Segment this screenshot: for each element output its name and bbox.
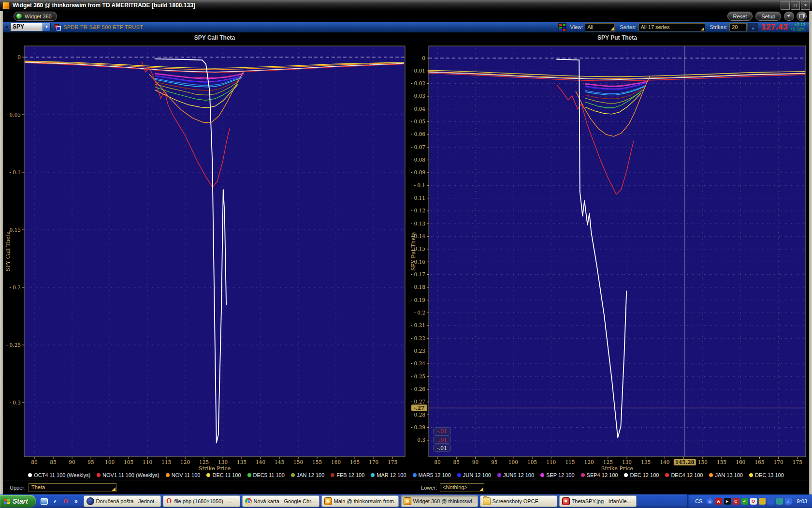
view-dropdown[interactable]: All bbox=[585, 23, 615, 31]
series-dropdown[interactable]: All 17 series bbox=[638, 23, 705, 31]
volume-icon[interactable]: ♪ bbox=[785, 498, 792, 505]
x-tick-label: 105 bbox=[124, 459, 133, 465]
x-tick-label: 150 bbox=[293, 459, 303, 465]
y-tick-label: - 0.05 bbox=[6, 112, 21, 118]
legend-dot-icon bbox=[28, 473, 32, 477]
legend-label: SEP4 12 100 bbox=[587, 472, 618, 478]
task-button-doru-en-po-ta-jednot-[interactable]: Doručená pošta - Jednot... bbox=[84, 495, 161, 507]
y-tick-label: - 0.09 bbox=[411, 169, 425, 175]
y-tick-label: - 0.28 bbox=[411, 412, 425, 418]
task-button-file-php-1680-1050-[interactable]: Ofile.php (812×508) - ... bbox=[163, 495, 240, 507]
maximize-button[interactable]: □ bbox=[791, 1, 800, 10]
internet-explorer-icon[interactable]: e bbox=[51, 497, 59, 505]
x-tick-label: 150 bbox=[698, 459, 708, 465]
x-tick-label: 175 bbox=[793, 459, 802, 465]
task-button-widget-360-thinkorswi-[interactable]: Widget 360 @ thinkorswi... bbox=[401, 495, 478, 507]
call-theta-svg[interactable]: 0- 0.05- 0.1- 0.15- 0.2- 0.25- 0.3808590… bbox=[3, 32, 408, 470]
task-label: file.php (812×508) - ... bbox=[174, 498, 232, 504]
task-button-thetaspy-jpg-irfanvie-[interactable]: ThetaSPY.jpg - IrfanVie... bbox=[559, 495, 637, 507]
lower-plot-dropdown[interactable]: <Nothing> bbox=[440, 483, 484, 492]
value-bubble-label: -.01 bbox=[437, 428, 447, 434]
tab-widget-360[interactable]: Widget 360 bbox=[14, 12, 57, 21]
quick-launch: e O » bbox=[37, 497, 84, 505]
irfan-icon bbox=[562, 497, 570, 505]
detach-button[interactable] bbox=[797, 12, 807, 21]
y-tick-label: - 0.03 bbox=[411, 93, 425, 99]
player-icon[interactable]: ▸ bbox=[724, 498, 731, 505]
y-tick-label: - 0.06 bbox=[411, 131, 426, 137]
legend-dot-icon bbox=[665, 473, 669, 477]
crosshair-y-label: -.27 bbox=[414, 405, 425, 411]
x-tick-label: 125 bbox=[603, 459, 613, 465]
usb-icon[interactable] bbox=[776, 498, 783, 505]
app-icon bbox=[2, 2, 10, 9]
task-button-nov-karta-google-chr-[interactable]: Nová karta - Google Chr... bbox=[242, 495, 319, 507]
put-theta-chart[interactable]: 0- 0.01- 0.02- 0.03- 0.04- 0.05- 0.06- 0… bbox=[408, 32, 810, 470]
plot-area[interactable] bbox=[429, 46, 806, 457]
symbol-input[interactable]: SPY bbox=[10, 23, 43, 31]
minimize-button[interactable]: _ bbox=[781, 1, 790, 10]
strikes-dropdown-arrow[interactable]: ▼ bbox=[748, 23, 758, 32]
upper-plot-dropdown[interactable]: Theta bbox=[29, 483, 116, 492]
legend-item: JAN 12 100 bbox=[291, 472, 324, 478]
display-icon[interactable] bbox=[768, 498, 774, 505]
x-tick-label: 130 bbox=[218, 459, 228, 465]
x-tick-label: 155 bbox=[717, 459, 726, 465]
y-tick-label: - 0.25 bbox=[6, 342, 21, 348]
strikes-input[interactable]: 20 bbox=[729, 23, 747, 31]
window-border-left bbox=[0, 11, 3, 494]
quick-launch-overflow[interactable]: » bbox=[74, 498, 78, 505]
close-button[interactable]: × bbox=[801, 1, 810, 10]
opera-icon[interactable]: O bbox=[62, 497, 70, 505]
start-button[interactable]: Start bbox=[0, 495, 36, 508]
link-cascade-icon[interactable] bbox=[55, 24, 60, 30]
x-tick-label: 120 bbox=[180, 459, 190, 465]
legend-label: DEC 11 100 bbox=[212, 472, 241, 478]
legend-label: JUN5 12 100 bbox=[503, 472, 534, 478]
x-tick-label: 135 bbox=[641, 459, 651, 465]
ati-icon[interactable]: A bbox=[715, 498, 722, 505]
show-desktop-icon[interactable] bbox=[41, 497, 48, 505]
tab-row: Widget 360 Reset Setup ➤ bbox=[3, 11, 809, 22]
legend-label: DEC5 11 100 bbox=[253, 472, 285, 478]
pin-icon: ➤ bbox=[786, 13, 791, 18]
x-tick-label: 125 bbox=[199, 459, 209, 465]
legend-label: MAR 12 100 bbox=[377, 472, 406, 478]
reset-button[interactable]: Reset bbox=[727, 12, 753, 21]
x-tick-label: 85 bbox=[50, 459, 56, 465]
call-theta-chart[interactable]: 0- 0.05- 0.1- 0.15- 0.2- 0.25- 0.3808590… bbox=[3, 32, 408, 470]
tos-icon bbox=[404, 497, 411, 505]
opera-icon[interactable]: O bbox=[750, 498, 757, 505]
put-theta-svg[interactable]: 0- 0.01- 0.02- 0.03- 0.04- 0.05- 0.06- 0… bbox=[408, 32, 810, 470]
pin-button[interactable]: ➤ bbox=[784, 12, 794, 21]
setup-button[interactable]: Setup bbox=[755, 12, 781, 21]
y-tick-label: - 0.3 bbox=[9, 400, 21, 405]
opera-mail-icon bbox=[87, 497, 94, 505]
plot-area[interactable] bbox=[24, 46, 405, 457]
y-tick-label: - 0.01 bbox=[411, 68, 425, 74]
y-tick-label: - 0.1 bbox=[9, 169, 21, 175]
x-tick-label: 110 bbox=[546, 459, 556, 465]
x-tick-label: 135 bbox=[237, 459, 246, 465]
comodo-icon[interactable]: C bbox=[733, 498, 740, 505]
messenger-icon[interactable] bbox=[759, 498, 766, 505]
legend-dot-icon bbox=[331, 473, 334, 477]
legend-item: JUN5 12 100 bbox=[497, 472, 534, 478]
legend-dot-icon bbox=[457, 473, 461, 477]
language-indicator[interactable]: CS bbox=[693, 498, 704, 505]
value-bubble-label: -.01 bbox=[437, 437, 447, 443]
legend-item: MAR 12 100 bbox=[371, 472, 406, 478]
x-tick-label: 160 bbox=[331, 459, 341, 465]
task-label: Nová karta - Google Chr... bbox=[254, 498, 316, 504]
x-tick-label: 170 bbox=[369, 459, 378, 465]
task-button-screenshoty-opce[interactable]: Screenshoty OPCE bbox=[480, 495, 557, 507]
legend-item: NOV1 11 100 (Weeklys) bbox=[97, 472, 160, 478]
tray-chevron-icon[interactable]: « bbox=[707, 498, 712, 504]
legend-dot-icon bbox=[371, 473, 375, 477]
symbol-dropdown-arrow[interactable]: ▼ bbox=[43, 23, 51, 31]
chart-title: SPY Call Theta bbox=[194, 34, 235, 41]
task-button-main-thinkorswim-from-[interactable]: Main @ thinkorswim from... bbox=[321, 495, 399, 507]
update-icon[interactable]: ✓ bbox=[741, 498, 748, 505]
window-titlebar[interactable]: Widget 360 @ thinkorswim from TD AMERITR… bbox=[0, 0, 812, 11]
layout-grid-icon[interactable] bbox=[558, 23, 566, 31]
